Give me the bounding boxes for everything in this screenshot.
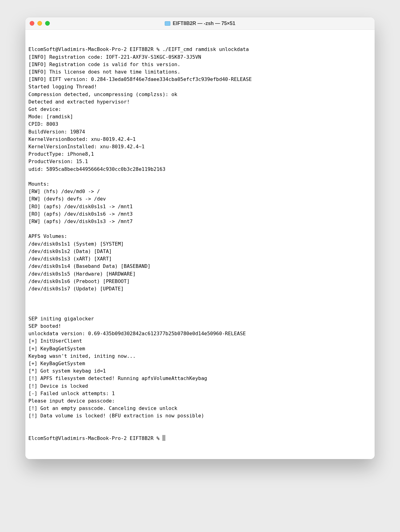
terminal-line: [RO] (apfs) /dev/disk0s1s6 -> /mnt3 bbox=[28, 210, 372, 218]
terminal-line: [RW] (devfs) devfs -> /dev bbox=[28, 195, 372, 203]
terminal-line: [+] InitUserClient bbox=[28, 337, 372, 345]
terminal-line: Compression detected, uncompressing (com… bbox=[28, 91, 372, 98]
terminal-line bbox=[28, 173, 372, 180]
terminal-line: unlockdata version: 0.69-435b09d302842ac… bbox=[28, 330, 372, 337]
titlebar[interactable]: EIFT8B2R — -zsh — 75×51 bbox=[25, 17, 375, 30]
terminal-line bbox=[28, 293, 372, 300]
terminal-body[interactable]: ElcomSoft@Vladimirs-MacBook-Pro-2 EIFT8B… bbox=[25, 30, 375, 459]
terminal-line: /dev/disk0s1s3 (xART) [XART] bbox=[28, 255, 372, 263]
terminal-line bbox=[28, 300, 372, 307]
close-button[interactable] bbox=[30, 21, 34, 26]
terminal-line: udid: 5895ca8becb44956664c930cc0b3c28e11… bbox=[28, 166, 372, 173]
terminal-line: ProductType: iPhone8,1 bbox=[28, 150, 372, 158]
terminal-line: [RO] (apfs) /dev/disk0s1s1 -> /mnt1 bbox=[28, 203, 372, 210]
terminal-line: Started logging Thread! bbox=[28, 83, 372, 91]
prompt-line: ElcomSoft@Vladimirs-MacBook-Pro-2 EIFT8B… bbox=[28, 435, 372, 442]
terminal-line: SEP booted! bbox=[28, 323, 372, 330]
terminal-line: Mounts: bbox=[28, 180, 372, 188]
terminal-line: [-] Failed unlock attempts: 1 bbox=[28, 390, 372, 397]
traffic-lights bbox=[30, 21, 50, 26]
terminal-line: Detected and extracted hypervisor! bbox=[28, 98, 372, 106]
terminal-line: /dev/disk0s1s5 (Hardware) [HARDWARE] bbox=[28, 270, 372, 278]
terminal-line bbox=[28, 308, 372, 315]
terminal-line: APFS Volumes: bbox=[28, 233, 372, 240]
prompt-text: ElcomSoft@Vladimirs-MacBook-Pro-2 EIFT8B… bbox=[28, 435, 162, 441]
terminal-line: [!] Got an empty passcode. Canceling dev… bbox=[28, 405, 372, 412]
terminal-line: CPID: 8003 bbox=[28, 120, 372, 128]
terminal-line: KernelVersionInstalled: xnu-8019.42.4~1 bbox=[28, 143, 372, 150]
minimize-button[interactable] bbox=[37, 21, 42, 26]
cursor bbox=[162, 435, 165, 441]
terminal-line: [RW] (hfs) /dev/md0 -> / bbox=[28, 188, 372, 195]
terminal-line: [!] Device is locked bbox=[28, 382, 372, 390]
terminal-line: [*] Got system keybag id=1 bbox=[28, 367, 372, 375]
terminal-line: KernelVersionBooted: xnu-8019.42.4~1 bbox=[28, 136, 372, 143]
terminal-line: Got device: bbox=[28, 106, 372, 113]
terminal-line: /dev/disk0s1s1 (System) [SYSTEM] bbox=[28, 240, 372, 248]
terminal-line: ProductVersion: 15.1 bbox=[28, 158, 372, 165]
terminal-line: Please input device passcode: bbox=[28, 397, 372, 405]
terminal-line: [+] KeyBagGetSystem bbox=[28, 360, 372, 367]
terminal-line: [!] APFS filesystem detected! Running ap… bbox=[28, 375, 372, 382]
terminal-line: /dev/disk0s1s7 (Update) [UPDATE] bbox=[28, 285, 372, 293]
window-title: EIFT8B2R — -zsh — 75×51 bbox=[173, 21, 235, 26]
window-title-wrap: EIFT8B2R — -zsh — 75×51 bbox=[165, 21, 235, 26]
terminal-line: [RW] (apfs) /dev/disk0s1s3 -> /mnt7 bbox=[28, 218, 372, 225]
terminal-line: /dev/disk0s1s6 (Preboot) [PREBOOT] bbox=[28, 278, 372, 285]
terminal-line: [INFO] This license does not have time l… bbox=[28, 68, 372, 76]
folder-icon bbox=[165, 21, 170, 26]
terminal-line: ElcomSoft@Vladimirs-MacBook-Pro-2 EIFT8B… bbox=[28, 46, 372, 53]
terminal-line: [INFO] Registration code is valid for th… bbox=[28, 61, 372, 68]
terminal-line: BuildVersion: 19B74 bbox=[28, 128, 372, 136]
terminal-line: /dev/disk0s1s4 (Baseband Data) [BASEBAND… bbox=[28, 263, 372, 270]
terminal-line: [+] KeyBagGetSystem bbox=[28, 345, 372, 353]
zoom-button[interactable] bbox=[45, 21, 50, 26]
terminal-line: [INFO] Registration code: IOFT-221-AXF3V… bbox=[28, 53, 372, 61]
terminal-line: /dev/disk0s1s2 (Data) [DATA] bbox=[28, 248, 372, 255]
terminal-output: ElcomSoft@Vladimirs-MacBook-Pro-2 EIFT8B… bbox=[28, 46, 372, 420]
terminal-line: Mode: [ramdisk] bbox=[28, 113, 372, 120]
terminal-line: [INFO] EIFT version: 0.284-13eda058f46e7… bbox=[28, 76, 372, 83]
terminal-window: EIFT8B2R — -zsh — 75×51 ElcomSoft@Vladim… bbox=[25, 17, 375, 459]
terminal-line: Keybag wasn't inited, initing now... bbox=[28, 353, 372, 360]
terminal-line: [!] Data volume is locked! (BFU extracti… bbox=[28, 412, 372, 420]
terminal-line: SEP initing gigalocker bbox=[28, 315, 372, 323]
terminal-line bbox=[28, 225, 372, 233]
